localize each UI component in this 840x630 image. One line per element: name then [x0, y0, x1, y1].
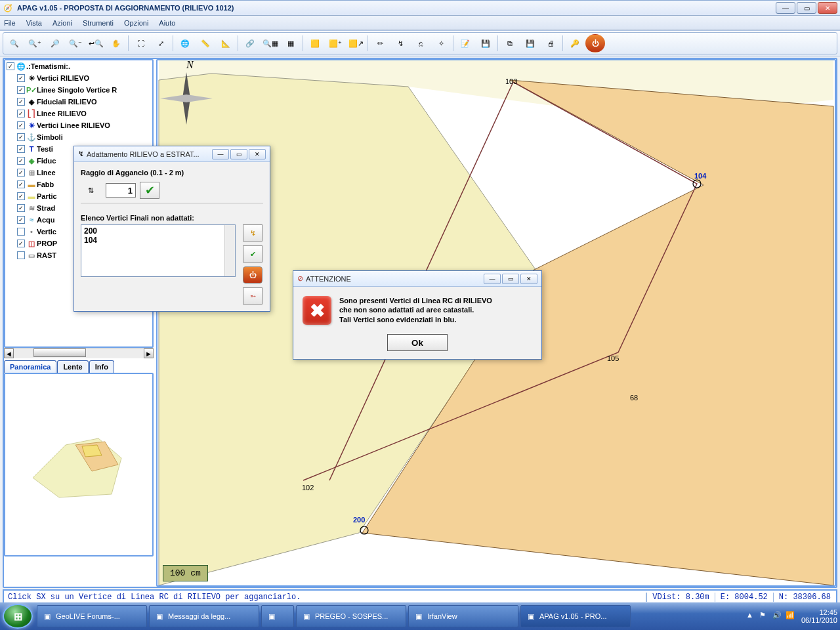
checkbox-icon[interactable]: ✓ [17, 204, 25, 212]
checkbox-icon[interactable]: ✓ [7, 62, 14, 70]
info-icon[interactable]: 🔑 [565, 34, 585, 52]
layer-item[interactable]: ✓◈Fiduciali RILIEVO [5, 96, 152, 108]
layer2-icon[interactable]: 🟨⁺ [326, 34, 345, 52]
ok-button[interactable]: Ok [387, 334, 448, 351]
checkbox-icon[interactable]: ✓ [17, 169, 25, 177]
link-icon[interactable]: 🔗 [240, 34, 260, 52]
checkbox-icon[interactable] [17, 228, 25, 236]
scroll-left-icon[interactable]: ◄ [4, 348, 14, 358]
list-item[interactable]: 104 [84, 236, 232, 245]
menu-item-vista[interactable]: Vista [26, 19, 42, 27]
save-icon[interactable]: 💾 [476, 34, 495, 52]
apply-radius-button[interactable]: ✔ [140, 182, 159, 199]
tab-info[interactable]: Info [89, 360, 114, 373]
minimize-button[interactable]: — [776, 2, 795, 14]
layer1-icon[interactable]: 🟨 [305, 34, 325, 52]
stop-button[interactable]: ⏻ [243, 266, 262, 284]
pan-icon[interactable]: ✋ [106, 34, 126, 52]
network-icon[interactable]: 📶 [786, 611, 796, 621]
clock[interactable]: 12:45 06/11/2010 [801, 608, 837, 624]
taskbar-item[interactable]: ▣GeoLIVE Forums-... [37, 605, 147, 627]
taskbar-item[interactable]: ▣APAG v1.05 - PRO... [520, 605, 631, 627]
layer-item[interactable]: ✓P✓Linee Singolo Vertice R [5, 84, 152, 96]
zoom-minus-icon[interactable]: 🔍⁻ [66, 34, 85, 52]
tab-lente[interactable]: Lente [57, 360, 88, 373]
checkbox-icon[interactable] [17, 251, 25, 259]
find-icon[interactable]: 🔍▦ [261, 34, 280, 52]
checkbox-icon[interactable]: ✓ [17, 74, 25, 82]
zoom-area-icon[interactable]: 🔍⁺ [25, 34, 45, 52]
layer-item[interactable]: ✓⚓Simboli [5, 131, 152, 143]
poly2-icon[interactable]: ↯ [390, 34, 410, 52]
note-icon[interactable]: 📝 [455, 34, 475, 52]
menu-item-strumenti[interactable]: Strumenti [83, 19, 114, 27]
dialog-adat-minimize[interactable]: — [212, 149, 229, 159]
system-tray[interactable]: ▲ ⚑ 🔊 📶 12:45 06/11/2010 [745, 608, 837, 624]
dialog-adat-close[interactable]: ✕ [249, 149, 266, 159]
globe-icon[interactable]: 🌐 [175, 34, 195, 52]
checkbox-icon[interactable]: ✓ [17, 86, 25, 94]
print-icon[interactable]: 🖨 [541, 34, 560, 52]
layer3-icon[interactable]: 🟨↗ [346, 34, 366, 52]
menu-item-aiuto[interactable]: Aiuto [159, 19, 175, 27]
unadapted-vertices-list[interactable]: 200 104 [81, 224, 236, 277]
tree-root[interactable]: ✓ 🌐 .:Tematismi:. [5, 60, 152, 72]
highlight-button[interactable]: ↯ [243, 224, 262, 242]
tab-panoramica[interactable]: Panoramica [4, 360, 56, 373]
dialog-alert-maximize[interactable]: ▭ [502, 274, 519, 284]
checkbox-icon[interactable]: ✓ [17, 145, 25, 153]
close-button[interactable]: ✕ [818, 2, 837, 14]
save2-icon[interactable]: 💾 [520, 34, 540, 52]
checkbox-icon[interactable]: ✓ [17, 133, 25, 141]
checkbox-icon[interactable]: ✓ [17, 192, 25, 200]
checkbox-icon[interactable]: ✓ [17, 110, 25, 117]
dialog-adattamento[interactable]: ↯ Adattamento RILIEVO a ESTRAT... — ▭ ✕ … [74, 146, 270, 312]
dialog-attention[interactable]: ⊘ ATTENZIONE — ▭ ✕ ✖ Sono presenti Verti… [293, 270, 542, 360]
flag-icon[interactable]: ⚑ [759, 611, 770, 621]
speaker-icon[interactable]: 🔊 [772, 611, 783, 621]
zoom-in-icon[interactable]: 🔍 [5, 34, 24, 52]
checkbox-icon[interactable]: ✓ [17, 157, 25, 165]
taskbar-item[interactable]: ▣PREGEO - SOSPES... [296, 605, 406, 627]
checkbox-icon[interactable]: ✓ [17, 240, 25, 247]
tree-horizontal-scrollbar[interactable]: ◄ ► [4, 348, 154, 358]
checkbox-icon[interactable]: ✓ [17, 121, 25, 129]
taskbar-item[interactable]: ▣IrfanView [408, 605, 518, 627]
power-icon[interactable]: ⏻ [585, 34, 605, 52]
accept-button[interactable]: ✔ [243, 245, 262, 262]
extent-icon[interactable]: ⤢ [151, 34, 171, 52]
dialog-adat-maximize[interactable]: ▭ [230, 149, 247, 159]
scroll-thumb[interactable] [33, 348, 86, 357]
poly4-icon[interactable]: ✧ [431, 34, 451, 52]
layer-item[interactable]: ✓✳Vertici RILIEVO [5, 72, 152, 84]
taskbar-item[interactable]: ▣ [261, 605, 294, 627]
menu-item-azioni[interactable]: Azioni [52, 19, 72, 27]
checkbox-icon[interactable]: ✓ [17, 216, 25, 224]
pin-button[interactable]: ➵ [243, 287, 262, 304]
layer-item[interactable]: ✓✳Vertici Linee RILIEVO [5, 119, 152, 131]
scroll-right-icon[interactable]: ► [144, 348, 154, 358]
taskbar-item[interactable]: ▣Messaggi da legg... [149, 605, 259, 627]
poly3-icon[interactable]: ⎌ [411, 34, 430, 52]
tray-icon[interactable]: ▲ [746, 611, 757, 621]
measure-icon[interactable]: 📐 [216, 34, 236, 52]
menu-item-file[interactable]: File [4, 19, 16, 27]
ruler-icon[interactable]: 📏 [196, 34, 215, 52]
maximize-button[interactable]: ▭ [797, 2, 816, 14]
start-button[interactable]: ⊞ [3, 604, 33, 629]
poly1-icon[interactable]: ✏ [370, 34, 390, 52]
layer-item[interactable]: ✓⎣⎤Linee RILIEVO [5, 108, 152, 119]
extent-sel-icon[interactable]: ⛶ [131, 34, 150, 52]
radius-input[interactable] [106, 183, 136, 198]
menu-item-opzioni[interactable]: Opzioni [124, 19, 148, 27]
zoom-plus-icon[interactable]: 🔎 [45, 34, 65, 52]
grid-icon[interactable]: ▦ [281, 34, 301, 52]
dialog-alert-minimize[interactable]: — [484, 274, 501, 284]
page1-icon[interactable]: ⧉ [500, 34, 520, 52]
checkbox-icon[interactable]: ✓ [17, 98, 25, 106]
checkbox-icon[interactable]: ✓ [17, 180, 25, 188]
zoom-prev-icon[interactable]: ↩🔍 [86, 34, 106, 52]
dialog-alert-close[interactable]: ✕ [520, 274, 537, 284]
list-scrollbar[interactable] [224, 225, 235, 276]
list-item[interactable]: 200 [84, 226, 232, 236]
